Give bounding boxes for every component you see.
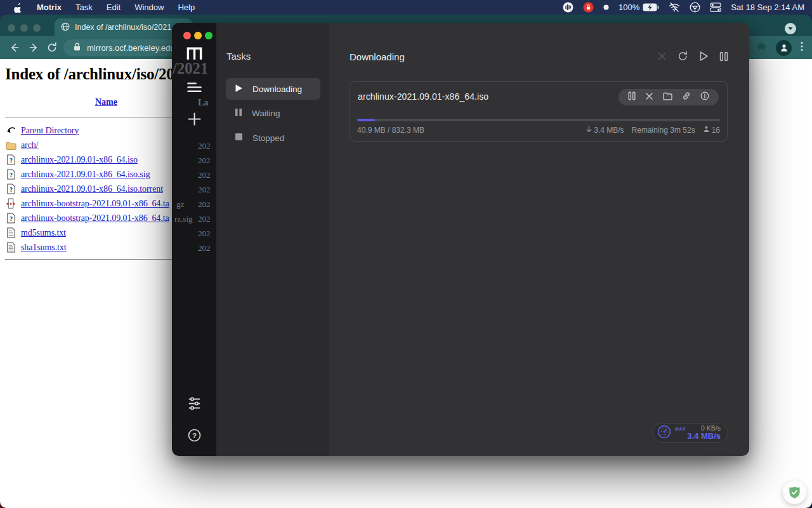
browser-menu-kebab-icon[interactable] — [801, 41, 803, 54]
refresh-list-icon[interactable] — [678, 51, 688, 62]
menu-task[interactable]: Task — [75, 3, 93, 12]
peek-text: rz.sig — [174, 214, 193, 224]
downloading-panel: Downloading archlinux-2021.09.01-x86_64.… — [329, 23, 749, 456]
delete-selected-icon[interactable] — [657, 51, 667, 61]
zoom-window-button[interactable] — [205, 32, 213, 39]
back-button[interactable] — [9, 42, 20, 56]
text-file-icon — [5, 242, 16, 253]
peek-text: /2021 — [173, 60, 208, 77]
parent-directory-link[interactable]: Parent Directory — [21, 126, 79, 136]
browser-profile-avatar[interactable] — [776, 40, 792, 56]
tab-search-button[interactable] — [785, 23, 796, 34]
sidebar-item-stopped[interactable]: Stopped — [226, 127, 320, 149]
svg-text:?: ? — [192, 432, 197, 439]
peers-icon — [703, 126, 710, 135]
task-info-icon[interactable] — [700, 91, 709, 103]
sidebar-item-downloading[interactable]: Downloading — [226, 78, 320, 100]
close-window-button[interactable] — [183, 32, 191, 39]
global-speed-widget[interactable]: MAX 0 KB/s 3.4 MB/s — [652, 423, 728, 443]
peek-text: gz — [176, 199, 184, 210]
tasks-sidebar: Tasks Downloading Waiting Stopped — [216, 23, 329, 456]
menu-window[interactable]: Window — [134, 3, 164, 12]
remaining-time-label: Remaining 3m 52s — [632, 126, 695, 135]
add-task-button[interactable] — [188, 112, 201, 126]
steering-wheel-status-icon[interactable] — [690, 2, 700, 13]
apple-menu-icon[interactable] — [14, 3, 23, 13]
list-item: Parent Directory — [5, 123, 169, 138]
browser-close-button[interactable] — [8, 24, 15, 32]
back-arrow-icon — [5, 125, 16, 137]
peek-text: 202 — [198, 214, 211, 224]
file-link[interactable]: archlinux-2021.09.01-x86_64.iso — [21, 155, 138, 165]
file-link[interactable]: archlinux-2021.09.01-x86_64.iso.sig — [21, 170, 150, 180]
wifi-off-icon[interactable] — [669, 3, 680, 12]
browser-zoom-button[interactable] — [33, 24, 41, 32]
desktop: Motrix Task Edit Window Help 100% — [0, 0, 812, 508]
list-item: ? archlinux-2021.09.01-x86_64.iso.sig — [5, 167, 169, 182]
pause-icon — [235, 108, 242, 119]
browser-minimize-button[interactable] — [20, 24, 28, 32]
unknown-file-icon: ? — [5, 213, 16, 224]
file-link[interactable]: arch/ — [21, 140, 38, 150]
file-link[interactable]: sha1sums.txt — [21, 243, 67, 253]
sidebar-item-label: Stopped — [252, 133, 284, 143]
sidebar-title: Tasks — [226, 51, 251, 62]
activity-bar: ? /2021 La 202 202 202 202 202 202 202 2… — [172, 23, 216, 456]
unknown-file-icon: ? — [5, 184, 16, 195]
adguard-badge[interactable] — [783, 481, 806, 504]
equalizer-status-icon[interactable] — [563, 2, 573, 13]
peek-text: 202 — [198, 141, 211, 151]
list-item: ? archlinux-2021.09.01-x86_64.iso — [5, 152, 169, 167]
resume-all-icon[interactable] — [699, 51, 709, 62]
svg-text:?: ? — [10, 172, 13, 178]
motrix-window: ? /2021 La 202 202 202 202 202 202 202 2… — [172, 23, 749, 456]
peek-text: 202 — [198, 199, 211, 210]
file-link[interactable]: archlinux-bootstrap-2021.09.01-x86_64.ta — [21, 213, 169, 224]
sidebar-item-waiting[interactable]: Waiting — [226, 102, 320, 124]
unknown-file-icon: ? — [5, 154, 16, 166]
compressed-file-icon — [5, 198, 16, 210]
menubar-app-name[interactable]: Motrix — [37, 3, 62, 12]
open-folder-icon[interactable] — [663, 91, 672, 103]
file-list: Parent Directory arch/ ? archlinux-2021.… — [5, 123, 169, 255]
download-task-card[interactable]: archlinux-2021.09.01-x86_64.iso — [350, 81, 728, 142]
minimize-window-button[interactable] — [194, 32, 202, 39]
control-center-icon[interactable] — [710, 3, 721, 12]
menubar-clock[interactable]: Sat 18 Sep 2:14 AM — [731, 3, 804, 12]
play-icon — [235, 84, 243, 95]
copy-link-icon[interactable] — [682, 91, 691, 103]
forward-button[interactable] — [28, 42, 39, 56]
folder-icon — [5, 140, 16, 151]
red-lock-status-icon[interactable] — [583, 2, 594, 13]
list-item: md5sums.txt — [5, 225, 169, 240]
svg-text:?: ? — [10, 187, 13, 193]
task-list-menu-icon[interactable] — [187, 82, 202, 93]
file-link[interactable]: md5sums.txt — [21, 228, 66, 238]
delete-task-icon[interactable] — [645, 91, 653, 103]
list-item: arch/ — [5, 138, 169, 152]
battery-charging-icon — [643, 3, 659, 11]
speedometer-gauge-icon — [657, 425, 671, 441]
battery-percent-label: 100% — [619, 3, 639, 12]
reload-button[interactable] — [46, 42, 58, 56]
pause-all-icon[interactable] — [719, 51, 728, 62]
peek-text: 202 — [198, 243, 211, 253]
panel-title: Downloading — [350, 51, 405, 62]
file-link[interactable]: archlinux-bootstrap-2021.09.01-x86_64.ta — [21, 199, 169, 209]
sidebar-item-label: Waiting — [252, 109, 280, 118]
list-item: ? archlinux-bootstrap-2021.09.01-x86_64.… — [5, 211, 169, 225]
task-actions-toolbar — [619, 89, 719, 105]
motrix-logo — [186, 46, 203, 61]
pause-task-icon[interactable] — [628, 91, 636, 103]
list-item: ? archlinux-2021.09.01-x86_64.iso.torren… — [5, 182, 169, 196]
peek-text: La — [198, 98, 208, 108]
extensions-puzzle-icon[interactable] — [756, 41, 767, 55]
file-link[interactable]: archlinux-2021.09.01-x86_64.iso.torrent — [21, 184, 163, 194]
preferences-sliders-icon[interactable] — [188, 397, 201, 410]
column-header-name[interactable]: Name — [95, 97, 117, 107]
task-filename: archlinux-2021.09.01-x86_64.iso — [358, 91, 488, 102]
menu-help[interactable]: Help — [178, 3, 195, 12]
text-file-icon — [5, 227, 16, 239]
help-icon[interactable]: ? — [188, 429, 201, 442]
menu-edit[interactable]: Edit — [107, 3, 121, 12]
